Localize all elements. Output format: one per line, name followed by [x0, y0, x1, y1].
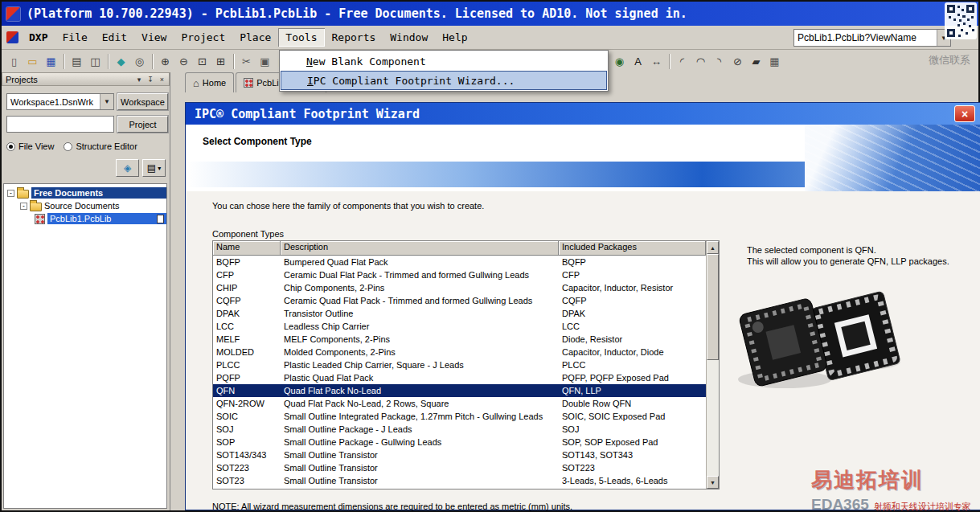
- full-circle-icon[interactable]: ⊘: [729, 53, 746, 70]
- folder-icon: [30, 203, 42, 211]
- component-row-sot223[interactable]: SOT223Small Outline TransistorSOT223: [213, 461, 706, 474]
- menu-tools[interactable]: Tools: [278, 28, 324, 47]
- close-panel-icon[interactable]: ×: [158, 76, 166, 84]
- component-row-melf[interactable]: MELFMELF Components, 2-PinsDiode, Resist…: [213, 333, 706, 346]
- cut-icon[interactable]: ✂: [238, 53, 255, 70]
- view-name-combo[interactable]: PcbLib1.PcbLib?ViewName ▼: [793, 29, 951, 47]
- component-row-sop[interactable]: SOPSmall Outline Package - Gullwing Lead…: [213, 436, 706, 449]
- projects-panel-header: Projects ▾ ↧ ×: [2, 72, 170, 86]
- cell: Ceramic Quad Flat Pack - Trimmed and for…: [281, 294, 559, 307]
- scrollbar-thumb[interactable]: [707, 254, 719, 360]
- component-row-soj[interactable]: SOJSmall Outline Package - J LeadsSOJ: [213, 423, 706, 436]
- help-icon[interactable]: ◆: [113, 53, 129, 70]
- panel-tool-buttons: ◈ ▤▾: [116, 159, 166, 177]
- menu-window[interactable]: Window: [383, 28, 435, 47]
- array-icon[interactable]: ▦: [766, 53, 783, 70]
- component-row-molded[interactable]: MOLDEDMolded Components, 2-PinsCapacitor…: [213, 346, 706, 358]
- menu-file[interactable]: File: [55, 28, 94, 47]
- open-document-icon[interactable]: ▭: [24, 53, 41, 70]
- arc-center-icon[interactable]: ◠: [692, 53, 709, 70]
- arc-any-angle-icon[interactable]: ◝: [711, 53, 728, 70]
- menu-dxp[interactable]: DXP: [22, 28, 55, 47]
- component-row-lcc[interactable]: LCCLeadless Chip CarrierLCC: [213, 320, 706, 333]
- menu-place[interactable]: Place: [232, 28, 278, 47]
- component-row-cqfp[interactable]: CQFPCeramic Quad Flat Pack - Trimmed and…: [213, 294, 706, 307]
- menu-view[interactable]: View: [134, 28, 174, 47]
- close-icon[interactable]: ×: [954, 105, 975, 122]
- component-row-sot143-343[interactable]: SOT143/343Small Outline TransistorSOT143…: [213, 449, 706, 461]
- cell: SOT143/343: [213, 449, 281, 461]
- tab-home[interactable]: ⌂ Home: [185, 72, 234, 92]
- radio-structure-editor[interactable]: Structure Editor: [64, 141, 137, 151]
- component-row-pqfp[interactable]: PQFPPlastic Quad Flat PackPQFP, PQFP Exp…: [213, 371, 706, 384]
- zoom-region-icon[interactable]: ⊡: [194, 53, 211, 70]
- zoom-document-icon[interactable]: ⊞: [212, 53, 229, 70]
- cell: BQFP: [213, 256, 281, 268]
- save-icon[interactable]: ▦: [43, 53, 59, 70]
- dimension-icon[interactable]: ↔: [648, 53, 665, 70]
- ipc-wizard-dialog: IPC® Compliant Footprint Wizard × Select…: [185, 102, 980, 510]
- browse-icon[interactable]: ◎: [131, 53, 148, 70]
- pad-icon[interactable]: ◉: [611, 53, 628, 70]
- column-header-description[interactable]: Description: [281, 241, 559, 256]
- menu-help[interactable]: Help: [435, 28, 474, 47]
- component-row-bqfp[interactable]: BQFPBumpered Quad Flat PackBQFP: [213, 256, 706, 268]
- cell: Plastic Quad Flat Pack: [281, 371, 559, 384]
- project-field[interactable]: [6, 116, 114, 133]
- menu-edit[interactable]: Edit: [95, 28, 134, 47]
- refresh-workspace-button[interactable]: ◈: [116, 159, 139, 177]
- column-header-name[interactable]: Name: [213, 241, 281, 256]
- copy-icon[interactable]: ▣: [256, 53, 273, 70]
- chevron-down-icon[interactable]: ▾: [136, 76, 143, 84]
- component-row-qfn[interactable]: QFNQuad Flat Pack No-LeadQFN, LLP: [213, 384, 706, 397]
- placement-toolbar: ◉A↔◜◠◝⊘▰▦: [611, 51, 783, 72]
- component-row-sot23[interactable]: SOT23Small Outline Transistor3-Leads, 5-…: [213, 474, 706, 487]
- component-row-plcc[interactable]: PLCCPlastic Leaded Chip Carrier, Square …: [213, 358, 706, 371]
- zoom-out-icon[interactable]: ⊖: [175, 53, 192, 70]
- dialog-titlebar[interactable]: IPC® Compliant Footprint Wizard: [186, 103, 980, 125]
- string-icon[interactable]: A: [629, 53, 646, 70]
- menu-bar: DXP FileEditViewProjectPlaceToolsReports…: [2, 26, 978, 50]
- scroll-up-icon[interactable]: ▲: [707, 241, 719, 254]
- cell: MELF Components, 2-Pins: [281, 333, 559, 346]
- collapse-icon[interactable]: -: [20, 203, 27, 210]
- cell: CQFP: [559, 294, 706, 307]
- arc-edge-icon[interactable]: ◜: [674, 53, 691, 70]
- tools-menu-item-new-blank-component[interactable]: New Blank Component: [281, 51, 607, 71]
- diamond-icon: ◈: [124, 162, 131, 174]
- menu-reports[interactable]: Reports: [325, 28, 383, 47]
- zoom-in-icon[interactable]: ⊕: [157, 53, 174, 70]
- menu-project[interactable]: Project: [174, 28, 232, 47]
- collapse-icon[interactable]: -: [7, 190, 14, 197]
- scroll-down-icon[interactable]: ▼: [707, 476, 719, 489]
- tree-item-free-documents[interactable]: - Free Documents: [4, 186, 166, 199]
- pin-icon[interactable]: ↧: [146, 76, 155, 84]
- pcblib-icon: [35, 214, 45, 224]
- workspace-button[interactable]: Workspace: [117, 93, 168, 110]
- component-row-dpak[interactable]: DPAKTransistor OutlineDPAK: [213, 307, 706, 320]
- chevron-down-icon[interactable]: ▼: [100, 94, 113, 109]
- component-row-soic[interactable]: SOICSmall Outline Integrated Package, 1.…: [213, 410, 706, 423]
- project-button[interactable]: Project: [117, 116, 168, 133]
- radio-file-view[interactable]: File View: [6, 141, 54, 151]
- toolbar-separator: [669, 54, 670, 69]
- fill-icon[interactable]: ▰: [748, 53, 765, 70]
- document-icon: ▤: [147, 162, 156, 174]
- watermark: 易迪拓培训 EDA365 射频和天线设计培训专家: [811, 466, 972, 512]
- projects-panel: Projects ▾ ↧ × Workspace1.DsnWrk ▼ Works…: [2, 72, 170, 510]
- component-row-cfp[interactable]: CFPCeramic Dual Flat Pack - Trimmed and …: [213, 268, 706, 281]
- tree-item-pcblib1[interactable]: PcbLib1.PcbLib: [4, 212, 166, 225]
- tools-menu-item-ipc-compliant-footprint-wizard[interactable]: IPC Compliant Footprint Wizard...: [281, 71, 607, 90]
- document-options-button[interactable]: ▤▾: [142, 159, 166, 177]
- component-row-chip[interactable]: CHIPChip Components, 2-PinsCapacitor, In…: [213, 281, 706, 294]
- vertical-scrollbar[interactable]: ▲ ▼: [706, 241, 719, 489]
- metric-note: NOTE: All wizard measurement dimensions …: [212, 502, 572, 511]
- new-document-icon[interactable]: ▯: [6, 53, 23, 70]
- component-row-qfn-2row[interactable]: QFN-2ROWQuad Flat Pack No-Lead, 2 Rows, …: [213, 397, 706, 410]
- column-header-included-packages[interactable]: Included Packages: [559, 241, 706, 256]
- print-icon[interactable]: ▤: [68, 53, 85, 70]
- tree-label: PcbLib1.PcbLib: [50, 214, 111, 223]
- workspace-combo[interactable]: Workspace1.DsnWrk ▼: [6, 93, 114, 110]
- tree-item-source-documents[interactable]: - Source Documents: [4, 199, 166, 212]
- print-preview-icon[interactable]: ◫: [87, 53, 104, 70]
